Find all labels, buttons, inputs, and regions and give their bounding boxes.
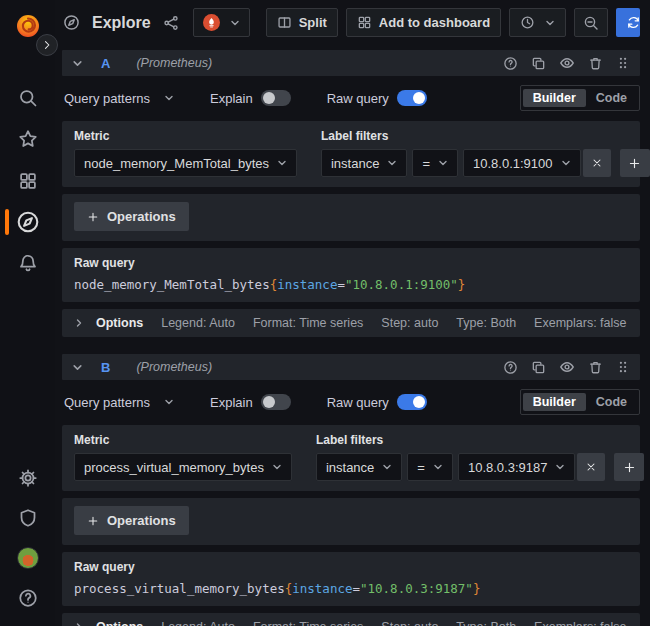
add-to-dashboard-button[interactable]: Add to dashboard — [346, 8, 501, 37]
code-mode-option[interactable]: Code — [586, 89, 637, 107]
add-filter-button[interactable] — [620, 149, 650, 177]
delete-query-trash-icon[interactable] — [588, 56, 603, 71]
options-collapse-bar-a[interactable]: Options Legend: Auto Format: Time series… — [62, 309, 640, 337]
chevron-down-icon — [555, 462, 565, 472]
chevron-down-icon — [164, 397, 174, 407]
query-patterns-dropdown[interactable]: Query patterns — [64, 91, 150, 106]
query-patterns-dropdown[interactable]: Query patterns — [64, 395, 150, 410]
options-collapse-bar-b[interactable]: Options Legend: Auto Format: Time series… — [62, 613, 640, 626]
filter-key-select[interactable]: instance — [321, 149, 407, 177]
metric-label: Metric — [74, 129, 297, 143]
query-help-icon[interactable] — [503, 360, 518, 375]
search-icon[interactable] — [0, 88, 55, 108]
plus-icon — [628, 157, 641, 170]
explain-toggle[interactable] — [261, 394, 291, 410]
filter-operator-select[interactable]: = — [407, 453, 453, 481]
explore-compass-small-icon — [63, 14, 80, 31]
help-question-icon[interactable] — [0, 588, 55, 608]
duplicate-query-icon[interactable] — [531, 56, 546, 71]
sidebar — [0, 0, 55, 626]
editor-mode-switch: Builder Code — [520, 389, 640, 415]
drag-handle-icon[interactable] — [616, 56, 630, 70]
collapse-chevron-icon[interactable] — [72, 362, 83, 373]
add-to-dashboard-grid-icon — [357, 15, 372, 30]
explain-label: Explain — [210, 395, 253, 410]
delete-query-trash-icon[interactable] — [588, 360, 603, 375]
star-icon[interactable] — [0, 129, 55, 149]
hide-query-eye-icon[interactable] — [559, 55, 575, 71]
close-x-icon — [591, 157, 603, 169]
raw-query-expression: node_memory_MemTotal_bytes{instance="10.… — [74, 277, 628, 292]
operations-panel-a: Operations — [62, 194, 640, 241]
explain-toggle[interactable] — [261, 90, 291, 106]
remove-filter-button[interactable] — [577, 453, 605, 481]
query-toolbar-b: Query patterns Explain Raw query Builder… — [64, 388, 640, 416]
plus-icon — [623, 461, 636, 474]
drag-handle-icon[interactable] — [616, 360, 630, 374]
metric-select[interactable]: node_memory_MemTotal_bytes — [74, 149, 297, 177]
query-help-icon[interactable] — [503, 56, 518, 71]
expand-sidebar-button[interactable] — [36, 34, 58, 56]
explore-compass-icon[interactable] — [0, 210, 55, 234]
builder-mode-option[interactable]: Builder — [523, 393, 586, 411]
add-filter-button[interactable] — [614, 453, 644, 481]
zoom-out-button[interactable] — [574, 8, 608, 37]
raw-query-label: Raw query — [74, 560, 628, 574]
chevron-down-icon — [230, 18, 240, 28]
query-row-header-b[interactable]: B (Prometheus) — [62, 354, 640, 380]
filter-key-value: instance — [331, 156, 379, 171]
filter-key-select[interactable]: instance — [316, 453, 402, 481]
share-icon[interactable] — [163, 15, 179, 31]
top-toolbar: Explore Split Add to dashboard — [55, 0, 650, 45]
dashboards-grid-icon[interactable] — [0, 171, 55, 191]
filter-value-select[interactable]: 10.8.0.1:9100 — [463, 149, 581, 177]
collapse-chevron-icon[interactable] — [72, 58, 83, 69]
option-exemplars: Exemplars: false — [534, 316, 626, 330]
chevron-down-icon — [277, 158, 287, 168]
option-type: Type: Both — [456, 620, 516, 626]
option-step: Step: auto — [381, 316, 438, 330]
hide-query-eye-icon[interactable] — [559, 359, 575, 375]
filter-operator-value: = — [417, 460, 425, 475]
user-avatar[interactable] — [0, 547, 55, 569]
refresh-split-button[interactable] — [616, 8, 640, 37]
refresh-sync-icon — [626, 15, 640, 30]
operations-label: Operations — [107, 513, 176, 528]
settings-gear-icon[interactable] — [0, 468, 55, 488]
refresh-button[interactable] — [616, 8, 640, 37]
builder-mode-option[interactable]: Builder — [523, 89, 586, 107]
raw-query-label: Raw query — [327, 91, 389, 106]
option-legend: Legend: Auto — [161, 316, 235, 330]
add-operation-button[interactable]: Operations — [74, 202, 189, 231]
filter-value-select[interactable]: 10.8.0.3:9187 — [458, 453, 576, 481]
label-filters-field: Label filters instance = 10.8.0.1:9100 — [321, 129, 650, 177]
chevron-down-icon — [561, 158, 571, 168]
raw-query-toggle[interactable] — [397, 90, 427, 106]
chevron-down-icon — [382, 462, 392, 472]
metric-value: node_memory_MemTotal_bytes — [84, 156, 269, 171]
operations-label: Operations — [107, 209, 176, 224]
metric-select[interactable]: process_virtual_memory_bytes — [74, 453, 292, 481]
filter-operator-value: = — [422, 156, 430, 171]
query-row-header-a[interactable]: A (Prometheus) — [62, 50, 640, 76]
datasource-picker[interactable] — [193, 8, 250, 37]
code-mode-option[interactable]: Code — [586, 393, 637, 411]
time-picker-button[interactable] — [509, 8, 566, 37]
metric-field: Metric process_virtual_memory_bytes — [74, 433, 292, 481]
metric-editor-panel-a: Metric node_memory_MemTotal_bytes Label … — [62, 121, 640, 187]
metric-editor-panel-b: Metric process_virtual_memory_bytes Labe… — [62, 425, 640, 491]
filter-operator-select[interactable]: = — [412, 149, 458, 177]
chevron-down-icon — [545, 18, 555, 28]
plus-icon — [87, 515, 99, 527]
alerting-bell-icon[interactable] — [0, 253, 55, 273]
split-button[interactable]: Split — [266, 8, 338, 37]
admin-shield-icon[interactable] — [0, 508, 55, 528]
duplicate-query-icon[interactable] — [531, 360, 546, 375]
query-editor-row-a: A (Prometheus) Query patterns Explain Ra… — [62, 50, 640, 337]
raw-query-expression: process_virtual_memory_bytes{instance="1… — [74, 581, 628, 596]
raw-query-toggle[interactable] — [397, 394, 427, 410]
option-format: Format: Time series — [253, 316, 363, 330]
add-operation-button[interactable]: Operations — [74, 506, 189, 535]
remove-filter-button[interactable] — [583, 149, 611, 177]
metric-field: Metric node_memory_MemTotal_bytes — [74, 129, 297, 177]
